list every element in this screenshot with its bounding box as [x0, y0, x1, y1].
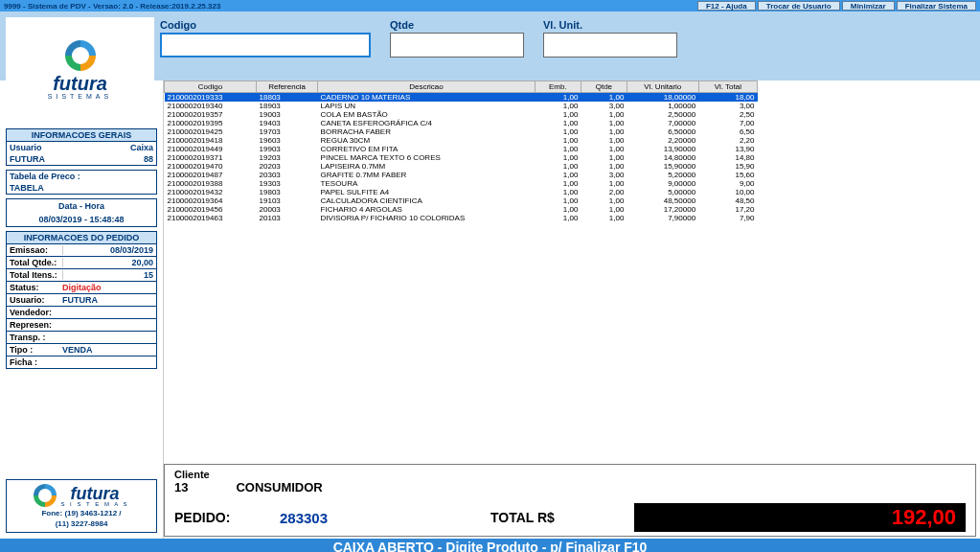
table-row[interactable]: 210000201942519703BORRACHA FABER1,001,00… — [165, 127, 758, 136]
table-cell: 13,90000 — [627, 145, 698, 153]
table-row[interactable]: 210000201945620003FICHARIO 4 ARGOLAS1,00… — [165, 205, 758, 214]
table-row[interactable]: 210000201936419103CALCULADORA CIENTIFICA… — [165, 196, 758, 205]
left-sidebar: INFORMACOES GERAIS Usuario Caixa FUTURA … — [0, 80, 163, 539]
data-hora-label: Data - Hora — [7, 199, 156, 213]
table-row[interactable]: 210000201948720303GRAFITE 0.7MM FABER1,0… — [165, 171, 758, 179]
info-label: Emissao: — [10, 245, 62, 255]
table-cell: 1,00 — [535, 110, 581, 119]
table-row[interactable]: 210000201946320103DIVISORIA P/ FICHARIO … — [165, 214, 758, 222]
table-cell: 19003 — [257, 110, 318, 119]
info-label: Usuario: — [10, 295, 62, 305]
items-grid[interactable]: CodigoReferenciaDescricaoEmb.QtdeVl. Uni… — [164, 80, 980, 464]
table-cell: 1,00 — [535, 136, 581, 145]
table-row[interactable]: 210000201947020203LAPISEIRA 0.7MM1,001,0… — [165, 162, 758, 171]
summary-panel: Cliente 13 CONSUMIDOR PEDIDO: 283303 TOT… — [164, 464, 976, 537]
table-cell: 18803 — [257, 93, 318, 103]
table-row[interactable]: 210000201934018903LAPIS UN1,003,001,0000… — [165, 102, 758, 110]
finalize-system-button[interactable]: Finalizar Sistema — [897, 1, 976, 11]
app-title: 9999 - Sistema de PDV - Versao: 2.0 - Re… — [4, 2, 695, 11]
table-cell: 19903 — [257, 145, 318, 153]
info-row: Usuario:FUTURA — [7, 294, 156, 307]
info-row: Status:Digitação — [7, 282, 156, 294]
table-cell: LAPISEIRA 0.7MM — [318, 162, 536, 171]
minimize-button[interactable]: Minimizar — [842, 1, 895, 11]
table-cell: 5,00000 — [627, 188, 698, 196]
qtde-label: Qtde — [390, 19, 524, 31]
table-cell: 2,50 — [698, 110, 757, 119]
info-value: 20,00 — [62, 258, 153, 267]
grid-header[interactable]: Qtde — [581, 81, 627, 93]
table-row[interactable]: 210000201933318803CADERNO 10 MATERIAS1,0… — [165, 93, 758, 103]
table-cell: PAPEL SULFITE A4 — [318, 188, 536, 196]
grid-header[interactable]: Referencia — [257, 81, 318, 93]
grid-header[interactable]: Codigo — [165, 81, 257, 93]
table-cell: 15,60 — [698, 171, 757, 179]
table-cell: 2100002019463 — [165, 214, 257, 222]
table-cell: 18,00000 — [627, 93, 698, 103]
table-cell: 48,50000 — [627, 196, 698, 205]
grid-header[interactable]: Vl. Unitario — [627, 81, 698, 93]
table-row[interactable]: 210000201944919903CORRETIVO EM FITA1,001… — [165, 145, 758, 153]
table-cell: 48,50 — [698, 196, 757, 205]
info-label: Status: — [10, 283, 62, 292]
table-cell: FICHARIO 4 ARGOLAS — [318, 205, 536, 214]
order-info-header: INFORMACOES DO PEDIDO — [7, 232, 156, 244]
grid-header[interactable]: Vl. Total — [698, 81, 757, 93]
table-cell: 17,20 — [698, 205, 757, 214]
cliente-code: 13 — [174, 480, 188, 494]
table-cell: 2100002019371 — [165, 153, 257, 162]
table-cell: 7,00 — [698, 119, 757, 127]
info-row: Vendedor: — [7, 307, 156, 319]
table-cell: CALCULADORA CIENTIFICA — [318, 196, 536, 205]
data-hora-value: 08/03/2019 - 15:48:48 — [7, 213, 156, 226]
table-cell: 2,50000 — [627, 110, 698, 119]
table-cell: CORRETIVO EM FITA — [318, 145, 536, 153]
tabela-preco-label: Tabela de Preco : — [7, 171, 156, 182]
order-info-panel: INFORMACOES DO PEDIDO Emissao:08/03/2019… — [6, 231, 157, 369]
footer-logo-box: futura S I S T E M A S Fone: (19) 3463-1… — [6, 479, 157, 533]
info-label: Transp. : — [10, 333, 62, 342]
codigo-input[interactable] — [160, 33, 371, 58]
help-button[interactable]: F12 - Ajuda — [697, 1, 756, 11]
table-cell: 1,00000 — [627, 102, 698, 110]
usuario-label: Usuario — [10, 143, 130, 152]
usuario-value: FUTURA — [10, 154, 144, 164]
info-row: Emissao:08/03/2019 — [7, 244, 156, 257]
info-value — [62, 308, 153, 317]
table-cell: 3,00 — [698, 102, 757, 110]
table-row[interactable]: 210000201938819303TESOURA1,001,009,00000… — [165, 179, 758, 188]
table-cell: 5,20000 — [627, 171, 698, 179]
info-row: Ficha : — [7, 356, 156, 368]
switch-user-button[interactable]: Trocar de Usuario — [758, 1, 840, 11]
table-cell: 13,90 — [698, 145, 757, 153]
table-cell: 7,90000 — [627, 214, 698, 222]
table-row[interactable]: 210000201939519403CANETA ESFEROGRÁFICA C… — [165, 119, 758, 127]
table-row[interactable]: 210000201937119203PINCEL MARCA TEXTO 6 C… — [165, 153, 758, 162]
table-cell: 1,00 — [535, 153, 581, 162]
logo-box: futura SISTEMAS — [6, 17, 154, 123]
grid-header[interactable]: Emb. — [535, 81, 581, 93]
info-value: 15 — [62, 270, 153, 280]
info-value — [62, 320, 153, 330]
pedido-label: PEDIDO: — [174, 510, 280, 525]
grid-header[interactable]: Descricao — [318, 81, 536, 93]
table-cell: 1,00 — [535, 179, 581, 188]
table-cell: 19203 — [257, 153, 318, 162]
table-row[interactable]: 210000201941819603REGUA 30CM1,001,002,20… — [165, 136, 758, 145]
table-row[interactable]: 210000201935719003COLA EM BASTÃO1,001,00… — [165, 110, 758, 119]
table-cell: 2,00 — [581, 188, 627, 196]
table-cell: 9,00 — [698, 179, 757, 188]
info-row: Total Itens.:15 — [7, 269, 156, 282]
cliente-label: Cliente — [174, 469, 966, 480]
footer-phone-2: (11) 3227-8984 — [11, 519, 152, 528]
table-cell: 20003 — [257, 205, 318, 214]
info-row: Tipo :VENDA — [7, 344, 156, 356]
info-value: 08/03/2019 — [62, 245, 153, 255]
qtde-input[interactable] — [390, 33, 524, 58]
logo-text: futura — [53, 73, 107, 95]
table-cell: DIVISORIA P/ FICHARIO 10 COLORIDAS — [318, 214, 536, 222]
table-row[interactable]: 210000201943219803PAPEL SULFITE A41,002,… — [165, 188, 758, 196]
table-cell: 14,80000 — [627, 153, 698, 162]
vlunit-input[interactable] — [543, 33, 677, 58]
table-cell: 1,00 — [581, 205, 627, 214]
